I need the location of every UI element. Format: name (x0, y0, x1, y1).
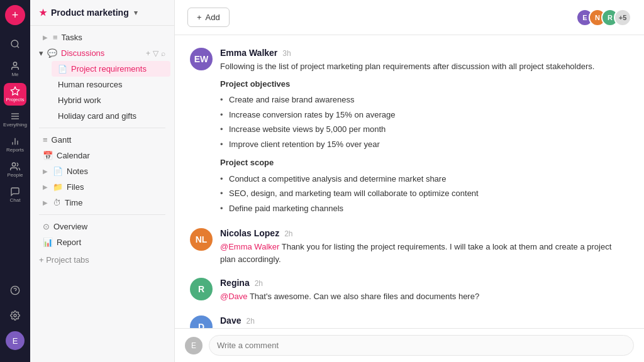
author-emma: Emma Walker (220, 48, 277, 58)
sidebar-item-project-requirements[interactable]: 📄 Project requirements (52, 61, 170, 77)
files-icon: 📁 (53, 182, 63, 192)
tasks-icon: ≡ (53, 33, 58, 42)
me-nav-button[interactable]: Me (4, 58, 26, 80)
message-header-emma: Emma Walker 3h (220, 48, 629, 58)
author-regina: Regina (220, 278, 250, 288)
chat-nav-button[interactable]: Chat (4, 184, 26, 206)
projects-nav-button[interactable]: Projects (4, 83, 26, 106)
search-nav-button[interactable] (4, 33, 26, 55)
chevron-right-icon: ▶ (43, 199, 48, 206)
time-dave: 2h (246, 317, 254, 326)
time-emma: 3h (282, 49, 291, 58)
avatar-regina: R (190, 278, 213, 300)
sidebar-divider (39, 128, 165, 128)
message-body-dave: Dave 2h @Regina Yes we can. I have attac… (220, 315, 629, 329)
svg-line-1 (17, 46, 19, 48)
doc-icon: 📄 (58, 65, 67, 74)
sidebar-divider-2 (39, 214, 165, 215)
search-discussion-icon[interactable]: ⌕ (161, 49, 165, 58)
notes-label: Notes (67, 167, 88, 176)
svg-point-10 (12, 163, 15, 166)
add-project-tabs-button[interactable]: + Project tabs (30, 250, 174, 270)
members-avatars: E N R +5 (581, 9, 631, 26)
hybrid-work-label: Hybrid work (58, 96, 101, 105)
message-body-regina: Regina 2h @Dave That's awesome. Can we a… (220, 278, 629, 303)
project-requirements-label: Project requirements (71, 64, 147, 74)
message-text-regina: @Dave That's awesome. Can we also share … (220, 290, 629, 303)
avatar-count: +5 (614, 9, 631, 26)
sidebar-item-holiday-card[interactable]: Holiday card and gifts (52, 108, 170, 124)
main-content: + Add E N R +5 EW Emma Walker 3h Followi… (175, 0, 644, 362)
chevron-right-icon: ▶ (43, 34, 48, 41)
add-button-label: Add (206, 13, 220, 22)
chevron-down-icon: ▾ (134, 9, 138, 17)
sidebar-project-title: Product marketing (51, 8, 129, 18)
chevron-right-icon: ▶ (43, 168, 48, 175)
message-emma: EW Emma Walker 3h Following is the list … (190, 48, 629, 216)
author-dave: Dave (220, 315, 241, 326)
time-nicolas: 2h (284, 229, 292, 238)
message-text-emma: Following is the list of project marketi… (220, 60, 629, 216)
sidebar-item-gantt[interactable]: ≡ Gantt (34, 132, 170, 148)
svg-point-2 (13, 62, 16, 65)
message-header-regina: Regina 2h (220, 278, 629, 288)
mention-emma: @Emma Walker (220, 242, 279, 251)
people-nav-button[interactable]: People (4, 158, 26, 181)
gantt-label: Gantt (52, 135, 72, 145)
discussions-actions: + ▽ ⌕ (146, 49, 165, 58)
sidebar-tasks-label: Tasks (62, 33, 82, 42)
report-icon: 📊 (43, 238, 53, 247)
sidebar-item-human-resources[interactable]: Human resources (52, 77, 170, 92)
chevron-right-icon: ▶ (43, 184, 48, 190)
settings-nav-button[interactable] (4, 304, 26, 327)
comment-user-avatar: E (185, 337, 203, 354)
message-dave: D Dave 2h @Regina Yes we can. I have att… (190, 315, 629, 329)
calendar-icon: 📅 (43, 151, 53, 160)
svg-point-0 (11, 40, 18, 47)
message-header-nicolas: Nicolas Lopez 2h (220, 228, 629, 238)
global-add-button[interactable]: + (5, 5, 25, 25)
sidebar-item-report[interactable]: 📊 Report (34, 234, 170, 250)
gantt-icon: ≡ (43, 135, 48, 145)
sidebar-discussions-group[interactable]: ▾ 💬 Discussions + ▽ ⌕ (30, 45, 174, 61)
sidebar-item-tasks[interactable]: ▶ ≡ Tasks (34, 30, 170, 45)
author-nicolas: Nicolas Lopez (220, 228, 279, 238)
mention-dave: @Dave (220, 292, 248, 301)
user-avatar-button[interactable]: E (4, 329, 26, 352)
sidebar-item-hybrid-work[interactable]: Hybrid work (52, 92, 170, 108)
reports-nav-button[interactable]: Reports (4, 133, 26, 156)
everything-nav-button[interactable]: Everything (4, 108, 26, 131)
sidebar-item-notes[interactable]: ▶ 📄 Notes (34, 163, 170, 179)
chevron-down-icon: ▾ (39, 48, 43, 58)
files-label: Files (67, 182, 84, 192)
message-regina: R Regina 2h @Dave That's awesome. Can we… (190, 278, 629, 303)
overview-icon: ⊙ (43, 222, 50, 231)
add-discussion-icon[interactable]: + (146, 49, 150, 58)
sidebar-item-overview[interactable]: ⊙ Overview (34, 219, 170, 234)
avatar-emma: EW (190, 48, 213, 70)
message-text-nicolas: @Emma Walker Thank you for listing the p… (220, 241, 629, 265)
sidebar-project-header[interactable]: ★ Product marketing ▾ (30, 0, 174, 26)
avatar-dave: D (190, 315, 213, 329)
svg-point-13 (14, 314, 16, 317)
avatar-nicolas: NL (190, 228, 213, 251)
time-label: Time (65, 198, 82, 207)
sidebar-item-calendar[interactable]: 📅 Calendar (34, 148, 170, 163)
message-nicolas: NL Nicolas Lopez 2h @Emma Walker Thank y… (190, 228, 629, 265)
filter-discussion-icon[interactable]: ▽ (153, 49, 158, 58)
sidebar-item-time[interactable]: ▶ ⏱ Time (34, 195, 170, 211)
sidebar-item-files[interactable]: ▶ 📁 Files (34, 179, 170, 195)
comment-input[interactable] (209, 335, 634, 356)
overview-label: Overview (53, 222, 87, 231)
message-body-nicolas: Nicolas Lopez 2h @Emma Walker Thank you … (220, 228, 629, 265)
report-label: Report (57, 238, 81, 247)
sidebar: ★ Product marketing ▾ ▶ ≡ Tasks ▾ 💬 Disc… (30, 0, 175, 362)
star-icon: ★ (39, 8, 47, 18)
message-header-dave: Dave 2h (220, 315, 629, 326)
add-button[interactable]: + Add (187, 8, 230, 27)
human-resources-label: Human resources (58, 80, 123, 89)
question-nav-button[interactable] (4, 279, 26, 302)
add-tabs-label: + Project tabs (39, 255, 89, 265)
main-header: + Add E N R +5 (175, 0, 644, 35)
calendar-label: Calendar (57, 151, 90, 160)
